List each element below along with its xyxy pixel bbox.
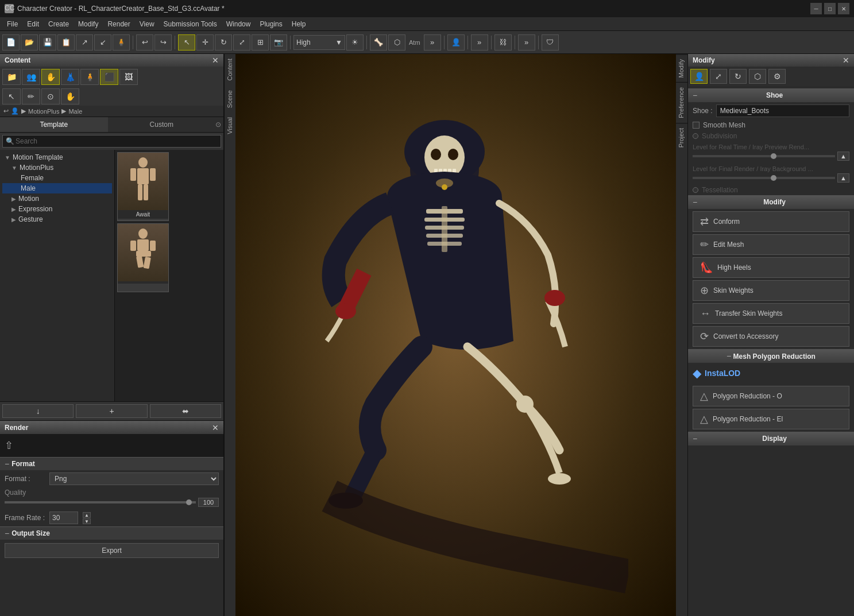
maximize-button[interactable]: □ [824, 3, 836, 14]
frame-rate-stepper[interactable]: ▲ ▼ [83, 512, 91, 524]
quality-value-input[interactable] [198, 498, 219, 507]
tree-item-gesture[interactable]: ▶ Gesture [2, 214, 112, 224]
save-button[interactable]: 💾 [39, 34, 56, 51]
sun-button[interactable]: ☀ [346, 34, 364, 51]
conform-button[interactable]: ⇄ Conform [693, 211, 849, 232]
tree-item-motionplus[interactable]: ▼ MotionPlus [2, 162, 112, 173]
format-select[interactable]: Png Jpg Bmp Tga [49, 472, 219, 485]
menu-file[interactable]: File [2, 19, 22, 29]
import-button[interactable]: ↙ [94, 34, 111, 51]
tree-item-expression[interactable]: ▶ Expression [2, 204, 112, 214]
menu-view[interactable]: View [135, 19, 159, 29]
frame-rate-input[interactable] [49, 512, 78, 524]
tree-item-motion[interactable]: ▶ Motion [2, 193, 112, 204]
frame-rate-down[interactable]: ▼ [83, 518, 91, 524]
polygon-reduction-o-button[interactable]: △ Polygon Reduction - O [693, 386, 849, 406]
more3-button[interactable]: » [518, 34, 535, 51]
modify-section-collapse[interactable]: − [693, 197, 697, 207]
format-section-collapse[interactable]: − [5, 459, 9, 468]
menu-window[interactable]: Window [222, 19, 256, 29]
content-icon-hand[interactable]: ✋ [41, 69, 60, 85]
thumbnail-await[interactable]: Await [117, 152, 169, 221]
content-close-button[interactable]: ✕ [212, 56, 219, 65]
subdivision-radio[interactable] [693, 133, 698, 139]
display-section-collapse[interactable]: − [693, 434, 697, 443]
modify-tab-settings[interactable]: ⚙ [768, 69, 786, 84]
minimize-button[interactable]: ─ [810, 3, 822, 14]
window-controls[interactable]: ─ □ ✕ [810, 3, 849, 14]
char-button[interactable]: 👤 [447, 34, 465, 51]
breadcrumb-back[interactable]: ↩ [3, 107, 9, 115]
new-button[interactable]: 📄 [2, 34, 20, 51]
undo-button[interactable]: ↩ [136, 34, 153, 51]
high-heels-button[interactable]: 👠 High Heels [693, 257, 849, 278]
more-button[interactable]: » [424, 34, 441, 51]
tree-item-male[interactable]: Male [2, 183, 112, 193]
export-button[interactable]: ⬌ [150, 404, 221, 418]
mesh-reduction-collapse[interactable]: − [727, 351, 731, 361]
content-icon-lasso[interactable]: ⊙ [41, 88, 60, 104]
menu-modify[interactable]: Modify [74, 19, 103, 29]
breadcrumb-motionplus[interactable]: MotionPlus [28, 108, 59, 115]
mesh-button[interactable]: ⬡ [388, 34, 405, 51]
modify-close-button[interactable]: ✕ [843, 56, 849, 65]
menu-edit[interactable]: Edit [22, 19, 44, 29]
smooth-mesh-checkbox[interactable] [693, 122, 700, 129]
shield-button[interactable]: 🛡 [542, 34, 559, 51]
content-icon-cloth[interactable]: 👗 [61, 69, 79, 85]
convert-to-accessory-button[interactable]: ⟳ Convert to Accessory [693, 326, 849, 347]
modify-tab-rotate[interactable]: ↻ [729, 69, 747, 84]
scale-button[interactable]: ⤢ [233, 34, 250, 51]
transform-button[interactable]: ⊞ [252, 34, 269, 51]
edit-mesh-button[interactable]: ✏ Edit Mesh [693, 234, 849, 255]
content-icon-body[interactable]: 🧍 [80, 69, 99, 85]
tab-custom[interactable]: Custom [108, 117, 216, 132]
side-tab-modify[interactable]: Modify [676, 54, 687, 82]
tabs-dropdown-icon[interactable]: ⊙ [215, 121, 221, 129]
side-tab-visual[interactable]: Visual [225, 113, 235, 139]
camera-button[interactable]: 📷 [270, 34, 287, 51]
menu-submission-tools[interactable]: Submission Tools [159, 19, 222, 29]
export-button[interactable]: Export [5, 543, 219, 558]
frame-rate-up[interactable]: ▲ [83, 512, 91, 518]
tree-item-motion-template[interactable]: ▼ Motion Template [2, 152, 112, 162]
menu-render[interactable]: Render [103, 19, 134, 29]
menu-create[interactable]: Create [44, 19, 74, 29]
render-export-icon[interactable]: ⇧ [5, 439, 13, 452]
shoe-value-input[interactable] [716, 104, 849, 117]
open-button[interactable]: 📂 [21, 34, 38, 51]
export-fbx-button[interactable]: ↗ [76, 34, 93, 51]
modify-tab-person[interactable]: 👤 [690, 69, 708, 84]
polygon-reduction-e-button[interactable]: △ Polygon Reduction - El [693, 409, 849, 429]
save-as-button[interactable]: 📋 [57, 34, 75, 51]
side-tab-content[interactable]: Content [225, 54, 235, 86]
quality-dropdown[interactable]: High ▼ [293, 35, 345, 50]
avatar-button[interactable]: 🧍 [113, 34, 130, 51]
content-icon-move[interactable]: ✋ [61, 88, 79, 104]
add-button[interactable]: + [76, 404, 147, 418]
shoe-collapse[interactable]: − [693, 91, 697, 100]
side-tab-scene[interactable]: Scene [225, 86, 235, 113]
content-icon-folder[interactable]: 📁 [2, 69, 21, 85]
menu-help[interactable]: Help [287, 19, 311, 29]
content-icon-image[interactable]: 🖼 [119, 69, 138, 85]
move-button[interactable]: ✛ [196, 34, 214, 51]
search-input[interactable] [2, 135, 221, 148]
output-size-collapse[interactable]: − [5, 529, 9, 538]
breadcrumb-male[interactable]: Male [68, 108, 82, 115]
modify-tab-grid[interactable]: ⬡ [749, 69, 766, 84]
tree-item-female[interactable]: Female [2, 173, 112, 183]
content-icon-people[interactable]: 👥 [22, 69, 40, 85]
render-close-button[interactable]: ✕ [212, 423, 219, 432]
tab-template[interactable]: Template [0, 117, 108, 132]
more2-button[interactable]: » [471, 34, 488, 51]
tessellation-radio[interactable] [693, 187, 698, 193]
quality-slider[interactable] [5, 501, 196, 503]
rotate-button[interactable]: ↻ [215, 34, 232, 51]
menu-plugins[interactable]: Plugins [255, 19, 287, 29]
bone-button[interactable]: 🦴 [370, 34, 387, 51]
content-icon-edit[interactable]: ✏ [22, 88, 40, 104]
modify-tab-adjust[interactable]: ⤢ [710, 69, 727, 84]
close-button[interactable]: ✕ [838, 3, 849, 14]
import-anim-button[interactable]: ↓ [2, 404, 74, 418]
